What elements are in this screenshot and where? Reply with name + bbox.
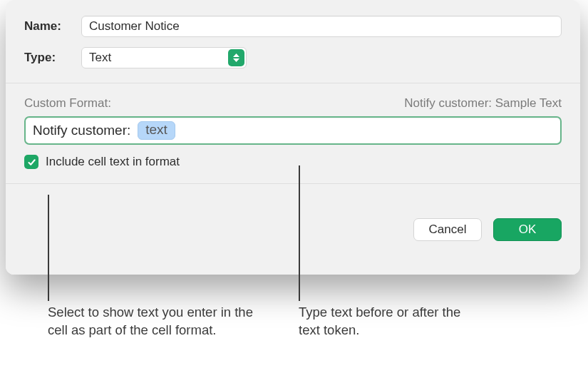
include-row: Include cell text in format xyxy=(24,155,562,169)
name-label: Name: xyxy=(24,19,81,34)
svg-marker-0 xyxy=(233,53,239,57)
type-popup[interactable]: Text xyxy=(81,47,247,68)
checkmark-icon xyxy=(27,158,36,167)
popup-stepper-icon xyxy=(228,49,244,66)
callout-right: Type text before or after the text token… xyxy=(299,304,477,339)
type-label: Type: xyxy=(24,51,81,65)
format-field[interactable]: Notify customer: text xyxy=(24,116,562,145)
callout-left: Select to show text you enter in the cel… xyxy=(48,304,254,339)
callout-line-right xyxy=(299,165,300,301)
button-row: Cancel OK xyxy=(6,184,580,275)
custom-format-dialog: Name: Type: Text xyxy=(6,0,580,275)
custom-format-header: Custom Format: Notify customer: Sample T… xyxy=(24,96,562,111)
include-checkbox[interactable] xyxy=(24,155,38,169)
format-section: Custom Format: Notify customer: Sample T… xyxy=(6,83,580,184)
name-row: Name: xyxy=(24,16,562,37)
include-label: Include cell text in format xyxy=(46,155,180,169)
dialog-body: Name: Type: Text xyxy=(6,0,580,275)
svg-marker-1 xyxy=(233,58,239,62)
text-token[interactable]: text xyxy=(138,121,175,140)
type-popup-wrap: Text xyxy=(81,47,247,68)
custom-format-label: Custom Format: xyxy=(24,96,111,111)
format-preview: Notify customer: Sample Text xyxy=(404,96,562,111)
callout-line-left xyxy=(48,195,49,301)
format-prefix-text: Notify customer: xyxy=(33,123,130,138)
cancel-button[interactable]: Cancel xyxy=(413,218,482,241)
top-section: Name: Type: Text xyxy=(6,0,580,83)
type-value: Text xyxy=(89,51,111,65)
ok-button[interactable]: OK xyxy=(493,218,562,241)
type-row: Type: Text xyxy=(24,47,562,68)
name-field[interactable] xyxy=(81,16,562,37)
